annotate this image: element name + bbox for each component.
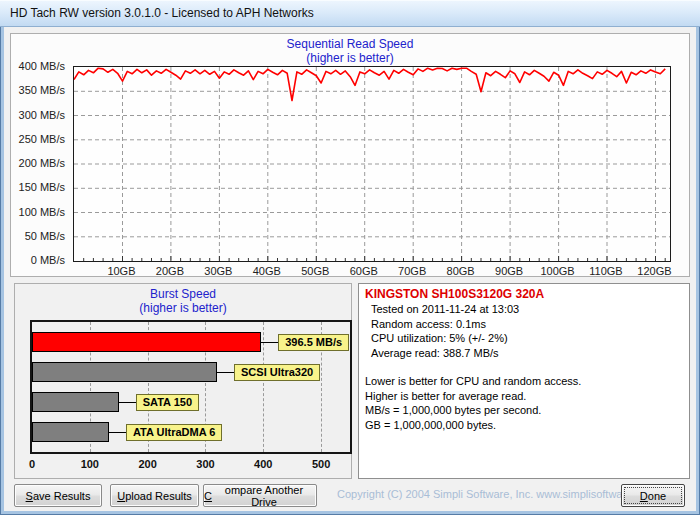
x-axis-tick-label: 120GB (637, 265, 671, 277)
burst-x-tick-label: 200 (138, 458, 156, 470)
sequential-y-axis: 0 MB/s50 MB/s100 MB/s150 MB/s200 MB/s250… (11, 66, 69, 260)
burst-bar-connector (261, 342, 278, 343)
burst-bar (32, 332, 261, 352)
y-axis-tick-label: 250 MB/s (19, 133, 65, 145)
info-cpu-utilization: CPU utilization: 5% (+/- 2%) (365, 331, 683, 346)
window-title: HD Tach RW version 3.0.1.0 - Licensed to… (10, 6, 314, 20)
burst-bar-connector (217, 372, 234, 373)
sequential-x-axis: 10GB20GB30GB40GB50GB60GB70GB80GB90GB100G… (73, 265, 671, 278)
y-axis-tick-label: 0 MB/s (31, 254, 65, 266)
save-results-button[interactable]: Save Results (14, 484, 102, 507)
burst-bar-connector (119, 402, 136, 403)
titlebar[interactable]: HD Tach RW version 3.0.1.0 - Licensed to… (0, 0, 700, 27)
sequential-chart-title: Sequential Read Speed (11, 37, 689, 51)
info-tested: Tested on 2011-11-24 at 13:03 (365, 302, 683, 317)
x-axis-tick-label: 80GB (447, 265, 475, 277)
y-axis-tick-label: 300 MB/s (19, 109, 65, 121)
burst-x-tick-label: 0 (29, 458, 35, 470)
info-random-access: Random access: 0.1ms (365, 317, 683, 332)
x-axis-tick-label: 10GB (107, 265, 135, 277)
upload-results-button[interactable]: Upload Results (110, 484, 199, 507)
burst-bar-chart: 396.5 MB/sSCSI Ultra320SATA 150ATA Ultra… (30, 320, 352, 454)
x-axis-tick-label: 70GB (398, 265, 426, 277)
burst-bar-label: SCSI Ultra320 (234, 364, 320, 381)
x-axis-tick-label: 50GB (301, 265, 329, 277)
info-notes: Lower is better for CPU and random acces… (365, 374, 683, 432)
burst-x-axis: 0100200300400500 (32, 458, 350, 471)
burst-bars: 396.5 MB/sSCSI Ultra320SATA 150ATA Ultra… (32, 322, 350, 452)
burst-bar-connector (109, 432, 126, 433)
burst-bar-row: ATA UltraDMA 6 (32, 422, 350, 442)
note-higher-better: Higher is better for average read. (365, 389, 683, 404)
burst-bar-row: SCSI Ultra320 (32, 362, 350, 382)
sequential-read-line-chart (74, 67, 670, 261)
x-axis-tick-label: 90GB (495, 265, 523, 277)
drive-info-panel: KINGSTON SH100S3120G 320A Tested on 2011… (358, 283, 690, 479)
x-axis-tick-label: 40GB (253, 265, 281, 277)
burst-bar-row: 396.5 MB/s (32, 332, 350, 352)
sequential-read-plot (73, 66, 671, 262)
burst-bar-row: SATA 150 (32, 392, 350, 412)
y-axis-tick-label: 50 MB/s (25, 230, 65, 242)
client-area: Sequential Read Speed (higher is better)… (4, 27, 696, 511)
burst-chart-title: Burst Speed (15, 287, 351, 301)
burst-x-tick-label: 300 (196, 458, 214, 470)
sequential-chart-subtitle: (higher is better) (11, 51, 689, 65)
x-axis-tick-label: 100GB (540, 265, 574, 277)
burst-x-tick-label: 400 (254, 458, 272, 470)
x-axis-tick-label: 30GB (204, 265, 232, 277)
burst-bar (32, 422, 109, 442)
burst-bar-label: 396.5 MB/s (278, 334, 349, 351)
note-mbs-definition: MB/s = 1,000,000 bytes per second. (365, 403, 683, 418)
info-average-read: Average read: 388.7 MB/s (365, 346, 683, 361)
note-lower-better: Lower is better for CPU and random acces… (365, 374, 683, 389)
hdtach-window: HD Tach RW version 3.0.1.0 - Licensed to… (0, 0, 700, 515)
y-axis-tick-label: 400 MB/s (19, 60, 65, 72)
copyright-text: Copyright (C) 2004 Simpli Software, Inc.… (337, 488, 656, 500)
burst-speed-panel: Burst Speed (higher is better) 396.5 MB/… (14, 283, 352, 479)
x-axis-tick-label: 20GB (156, 265, 184, 277)
burst-bar (32, 362, 217, 382)
y-axis-tick-label: 150 MB/s (19, 181, 65, 193)
burst-bar (32, 392, 119, 412)
burst-x-tick-label: 100 (81, 458, 99, 470)
sequential-read-panel: Sequential Read Speed (higher is better)… (10, 33, 690, 277)
drive-name: KINGSTON SH100S3120G 320A (365, 287, 683, 301)
burst-chart-subtitle: (higher is better) (15, 301, 351, 315)
y-axis-tick-label: 350 MB/s (19, 84, 65, 96)
y-axis-tick-label: 100 MB/s (19, 206, 65, 218)
y-axis-tick-label: 200 MB/s (19, 157, 65, 169)
compare-another-drive-button[interactable]: Compare Another Drive (203, 484, 317, 507)
burst-bar-label: SATA 150 (136, 394, 199, 411)
x-axis-tick-label: 60GB (350, 265, 378, 277)
burst-x-tick-label: 500 (312, 458, 330, 470)
done-button[interactable]: Done (621, 484, 685, 507)
x-axis-tick-label: 110GB (589, 265, 622, 277)
note-gb-definition: GB = 1,000,000,000 bytes. (365, 418, 683, 433)
burst-bar-label: ATA UltraDMA 6 (126, 424, 223, 441)
